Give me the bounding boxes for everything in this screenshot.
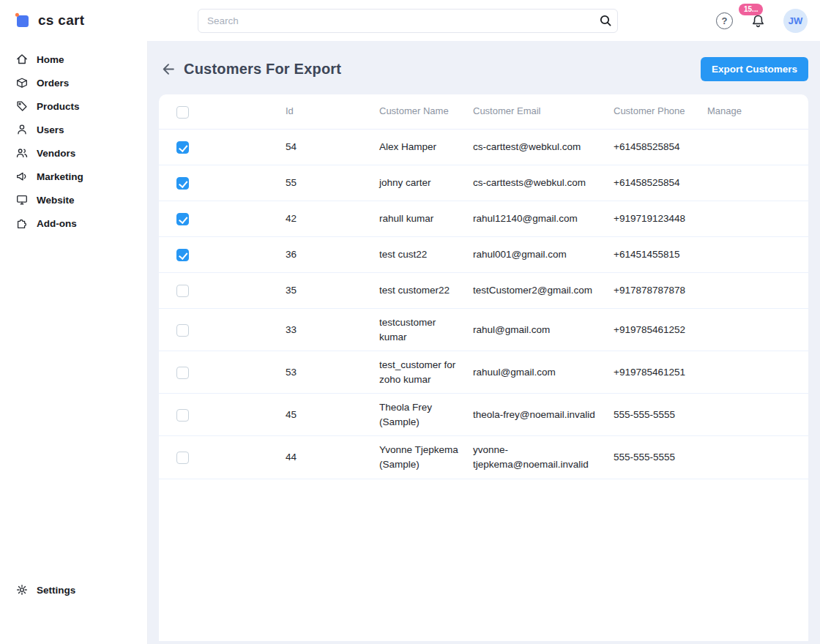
row-checkbox[interactable] — [176, 367, 189, 379]
table-header-row: Id Customer Name Customer Email Customer… — [159, 94, 808, 130]
cell-customer-phone: 555-555-5555 — [614, 443, 707, 471]
row-checkbox[interactable] — [176, 213, 189, 225]
sidebar-item-label: Vendors — [37, 148, 75, 159]
cell-customer-email: rahul12140@gmail.com — [473, 205, 614, 233]
sidebar-item-products[interactable]: Products — [0, 94, 147, 118]
sidebar-item-label: Products — [37, 101, 80, 112]
table-row: 33testcustomer kumarrahul@gmail.com+9197… — [159, 309, 808, 351]
home-icon — [15, 53, 29, 66]
table-row: 44Yvonne Tjepkema (Sample)yvonne-tjepkem… — [159, 436, 808, 479]
sidebar-item-label: Orders — [37, 78, 69, 89]
column-header-customer-name: Customer Name — [379, 98, 473, 125]
main-content: Customers For Export Export Customers Id… — [148, 41, 820, 644]
gear-icon — [15, 583, 29, 596]
cell-customer-phone: +917878787878 — [614, 277, 707, 304]
avatar[interactable]: JW — [783, 9, 808, 33]
sidebar-item-label: Users — [37, 124, 64, 135]
sidebar-item-settings[interactable]: Settings — [0, 578, 147, 602]
sidebar-item-website[interactable]: Website — [0, 188, 147, 211]
cell-id: 42 — [286, 205, 379, 233]
marketing-icon — [15, 170, 29, 183]
cell-customer-phone: +61451455815 — [614, 241, 707, 269]
sidebar-bottom: Settings — [0, 578, 147, 644]
table-row: 55johny cartercs-carttests@webkul.com+61… — [159, 165, 808, 201]
cell-customer-name: test customer22 — [379, 277, 473, 304]
cell-customer-name: test_customer for zoho kumar — [379, 351, 473, 393]
sidebar-item-vendors[interactable]: Vendors — [0, 141, 147, 165]
logo[interactable]: cs cart — [0, 11, 148, 30]
page-title: Customers For Export — [184, 61, 341, 78]
cell-customer-email: rahuul@gmail.com — [473, 359, 614, 386]
table-row: 45Theola Frey (Sample)theola-frey@noemai… — [159, 394, 808, 436]
cell-id: 36 — [286, 241, 379, 269]
topbar-actions: ? 15... JW — [716, 9, 820, 33]
users-icon — [15, 123, 29, 136]
app-root: cs cart ? 15... JW — [0, 0, 820, 644]
sidebar-item-label: Home — [37, 54, 64, 65]
row-checkbox[interactable] — [176, 452, 189, 464]
back-arrow-icon[interactable] — [159, 59, 177, 80]
cell-customer-email: rahul001@gmail.com — [473, 241, 614, 269]
cell-customer-phone: +61458525854 — [614, 169, 707, 197]
cell-customer-name: test cust22 — [379, 241, 473, 269]
vendors-icon — [15, 146, 29, 160]
sidebar-item-orders[interactable]: Orders — [0, 71, 147, 94]
cell-customer-email: theola-frey@noemail.invalid — [473, 401, 614, 429]
column-header-manage: Manage — [707, 98, 808, 125]
table-body: 54Alex Hampercs-carttest@webkul.com+6145… — [159, 130, 808, 479]
sidebar-item-home[interactable]: Home — [0, 48, 147, 71]
sidebar-item-marketing[interactable]: Marketing — [0, 165, 147, 188]
column-header-id: Id — [286, 98, 379, 125]
cell-customer-phone: +919785461252 — [614, 316, 707, 344]
table-row: 42rahull kumarrahul12140@gmail.com+91971… — [159, 201, 808, 237]
table-row: 53test_customer for zoho kumarrahuul@gma… — [159, 351, 808, 394]
cell-id: 54 — [286, 133, 379, 161]
cell-manage — [707, 366, 808, 379]
cscart-logo-icon — [13, 11, 32, 30]
sidebar-item-label: Add-ons — [37, 218, 77, 229]
row-checkbox[interactable] — [176, 324, 189, 337]
cell-customer-name: Yvonne Tjepkema (Sample) — [379, 436, 473, 478]
row-checkbox[interactable] — [176, 285, 189, 297]
sidebar-item-add-ons[interactable]: Add-ons — [0, 211, 147, 235]
search-input[interactable] — [198, 9, 618, 33]
row-checkbox[interactable] — [176, 141, 189, 154]
cell-manage — [707, 408, 808, 422]
cell-customer-email: cs-carttests@webkul.com — [473, 169, 614, 197]
cell-customer-name: Alex Hamper — [379, 133, 473, 161]
orders-icon — [15, 76, 29, 89]
help-icon[interactable]: ? — [716, 12, 733, 29]
search-bar — [198, 9, 618, 33]
logo-text: cs cart — [38, 12, 84, 29]
column-header-customer-email: Customer Email — [473, 98, 614, 125]
notifications-button[interactable]: 15... — [750, 13, 766, 29]
row-checkbox[interactable] — [176, 177, 189, 190]
export-customers-button[interactable]: Export Customers — [701, 57, 808, 81]
cell-id: 44 — [286, 443, 379, 471]
cell-manage — [707, 284, 808, 297]
table-row: 36test cust22rahul001@gmail.com+61451455… — [159, 237, 808, 273]
cell-manage — [707, 176, 808, 190]
sidebar-item-users[interactable]: Users — [0, 118, 147, 141]
cell-customer-email: cs-carttest@webkul.com — [473, 133, 614, 161]
cell-customer-name: rahull kumar — [379, 205, 473, 233]
row-checkbox[interactable] — [176, 409, 189, 422]
search-icon[interactable] — [597, 12, 614, 31]
row-checkbox[interactable] — [176, 249, 189, 261]
bell-icon — [750, 13, 766, 29]
cell-manage — [707, 451, 808, 464]
cell-customer-phone: +919719123448 — [614, 205, 707, 233]
table-row: 35test customer22testCustomer2@gmail.com… — [159, 273, 808, 309]
select-all-checkbox[interactable] — [176, 106, 189, 119]
cell-customer-name: johny carter — [379, 169, 473, 197]
table-row: 54Alex Hampercs-carttest@webkul.com+6145… — [159, 130, 808, 165]
notification-badge: 15... — [739, 4, 763, 15]
cell-id: 45 — [286, 401, 379, 429]
sidebar-item-label: Marketing — [37, 171, 83, 182]
cell-customer-email: yvonne-tjepkema@noemail.invalid — [473, 436, 614, 478]
cell-id: 53 — [286, 359, 379, 386]
addons-icon — [15, 217, 29, 230]
cell-customer-email: testCustomer2@gmail.com — [473, 277, 614, 304]
sidebar-item-label: Website — [37, 195, 75, 206]
customers-table: Id Customer Name Customer Email Customer… — [159, 94, 808, 641]
